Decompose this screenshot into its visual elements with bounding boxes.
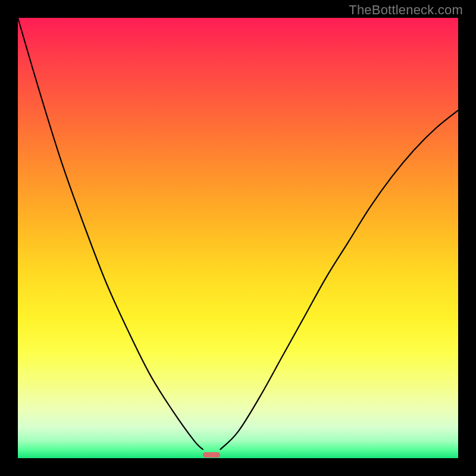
watermark-text: TheBottleneck.com — [349, 2, 463, 18]
optimum-marker — [203, 452, 221, 458]
plot-area — [18, 18, 458, 458]
bottleneck-curve — [18, 18, 458, 458]
chart-frame: TheBottleneck.com — [0, 0, 476, 476]
curve-right-branch — [220, 110, 458, 449]
curve-left-branch — [18, 18, 203, 449]
